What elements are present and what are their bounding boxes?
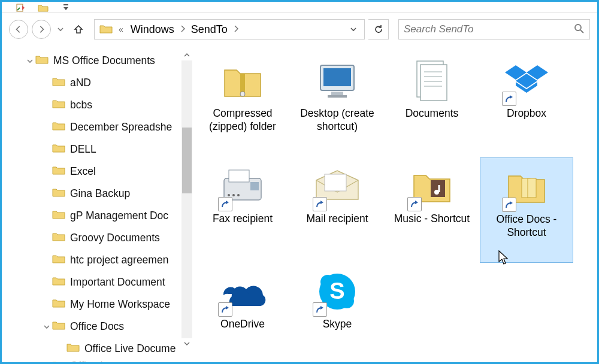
- svg-point-20: [232, 194, 235, 196]
- file-item-officedocs[interactable]: Office Docs - Shortcut: [480, 157, 573, 263]
- svg-text:S: S: [329, 278, 344, 304]
- svg-point-19: [228, 194, 230, 196]
- chevron-right-icon[interactable]: [231, 25, 241, 34]
- up-button[interactable]: [70, 21, 87, 38]
- scroll-track[interactable]: [181, 60, 192, 338]
- svg-rect-22: [325, 174, 346, 191]
- tree-label: Office Live Docume: [84, 342, 176, 355]
- tree-folder-child[interactable]: Excel: [2, 160, 193, 183]
- tree-folder-child[interactable]: My Home Workspace: [2, 293, 193, 316]
- folder-icon: [52, 120, 65, 134]
- tree-label: December Spreadshe: [70, 121, 172, 134]
- svg-rect-1: [63, 4, 68, 5]
- forward-button[interactable]: [32, 20, 51, 39]
- address-folder-icon: [99, 23, 113, 36]
- tree-label: htc project agreemen: [70, 254, 168, 266]
- tree-label: My Home Workspace: [70, 298, 170, 311]
- folder-icon: [52, 142, 65, 156]
- tree-folder-child[interactable]: bcbs: [2, 94, 193, 116]
- folder-icon: [35, 54, 49, 68]
- tree-folder-child[interactable]: gP Management Doc: [2, 205, 193, 227]
- file-item-skype[interactable]: SSkype: [291, 263, 384, 364]
- tree-folder-grandchild[interactable]: Office Live Docume: [2, 338, 193, 360]
- tree-folder-child[interactable]: htc project agreemen: [2, 249, 193, 271]
- file-item-label: Music - Shortcut: [394, 213, 470, 226]
- tree-label: bcbs: [70, 99, 92, 111]
- navigation-pane: MS Office Documents aNDbcbsDecember Spre…: [2, 46, 193, 362]
- skype-icon: S: [310, 266, 364, 317]
- file-item-label: Dropbox: [507, 107, 546, 120]
- desktop-icon: [310, 56, 364, 106]
- file-item-desktop[interactable]: Desktop (create shortcut): [291, 52, 384, 157]
- onedrive-icon: [216, 266, 270, 317]
- svg-line-3: [580, 30, 583, 33]
- folder-icon: [52, 231, 65, 245]
- file-item-onedrive[interactable]: OneDrive: [196, 263, 289, 364]
- file-item-label: Skype: [323, 318, 352, 331]
- customize-qat-icon[interactable]: [63, 4, 69, 12]
- folder-icon: [52, 253, 65, 267]
- folder-icon: [66, 342, 80, 356]
- folder-icon: [52, 275, 65, 289]
- file-item-label: Mail recipient: [306, 213, 368, 226]
- file-item-dropbox[interactable]: Dropbox: [480, 52, 573, 157]
- shortcut-overlay-icon: [502, 92, 516, 106]
- tree-folder-child[interactable]: Groovy Documents: [2, 227, 193, 249]
- new-folder-icon[interactable]: [38, 4, 49, 12]
- officedocs-icon: [500, 162, 553, 212]
- file-item-documents[interactable]: Documents: [385, 52, 479, 157]
- tree-label: Office Lens: [70, 360, 123, 362]
- breadcrumb-prefix[interactable]: «: [115, 20, 127, 39]
- tree-folder-root[interactable]: MS Office Documents: [2, 50, 193, 72]
- tree-folder-child[interactable]: Gina Backup: [2, 183, 193, 205]
- tree-folder-child[interactable]: Important Document: [2, 271, 193, 293]
- recent-locations-dropdown[interactable]: [55, 26, 66, 33]
- svg-rect-8: [331, 92, 343, 95]
- chevron-right-icon[interactable]: [178, 25, 187, 34]
- tree-folder-child[interactable]: Office Lens: [2, 360, 193, 362]
- tree-folder-child[interactable]: Office Docs: [2, 316, 193, 338]
- tree-folder-child[interactable]: aND: [2, 72, 193, 94]
- file-item-fax[interactable]: Fax recipient: [196, 157, 289, 263]
- tree-folder-child[interactable]: December Spreadshe: [2, 116, 193, 138]
- tree-label: Office Docs: [70, 320, 124, 333]
- breadcrumb-windows[interactable]: Windows: [127, 20, 178, 39]
- refresh-button[interactable]: [368, 19, 389, 40]
- quick-access-toolbar: [2, 2, 597, 13]
- tree-label: Gina Backup: [70, 187, 130, 200]
- properties-icon[interactable]: [16, 4, 26, 12]
- search-box[interactable]: [398, 19, 590, 40]
- file-item-mail[interactable]: Mail recipient: [291, 157, 384, 263]
- svg-rect-23: [431, 180, 445, 197]
- folder-icon: [52, 76, 65, 90]
- breadcrumb-sendto[interactable]: SendTo: [187, 20, 231, 39]
- scroll-thumb[interactable]: [182, 128, 192, 193]
- scroll-up-icon[interactable]: [181, 50, 192, 60]
- tree-scrollbar[interactable]: [181, 50, 192, 349]
- svg-point-2: [575, 25, 581, 31]
- file-item-music[interactable]: Music - Shortcut: [385, 157, 479, 263]
- tree-label: DELL: [70, 143, 96, 156]
- search-icon[interactable]: [574, 23, 585, 36]
- file-item-label: Office Docs - Shortcut: [484, 213, 569, 239]
- shortcut-overlay-icon: [502, 198, 516, 212]
- address-dropdown-icon[interactable]: [345, 26, 362, 33]
- back-button[interactable]: [9, 20, 28, 39]
- tree-label: Groovy Documents: [70, 232, 160, 244]
- chevron-down-icon[interactable]: [25, 57, 35, 65]
- file-item-label: Fax recipient: [213, 213, 273, 226]
- file-item-label: Documents: [406, 107, 459, 120]
- items-view[interactable]: Compressed (zipped) folderDesktop (creat…: [193, 46, 597, 362]
- file-item-compressed[interactable]: Compressed (zipped) folder: [196, 52, 289, 157]
- address-bar[interactable]: « Windows SendTo: [94, 19, 365, 40]
- chevron-right-icon[interactable]: [41, 323, 52, 330]
- search-input[interactable]: [404, 23, 574, 35]
- shortcut-overlay-icon: [313, 197, 327, 211]
- fax-icon: [216, 161, 270, 211]
- tree-label: Important Document: [70, 276, 165, 289]
- folder-icon: [52, 298, 65, 311]
- scroll-down-icon[interactable]: [181, 338, 192, 349]
- tree-folder-child[interactable]: DELL: [2, 138, 193, 160]
- shortcut-overlay-icon: [218, 302, 232, 317]
- folder-icon: [52, 187, 65, 201]
